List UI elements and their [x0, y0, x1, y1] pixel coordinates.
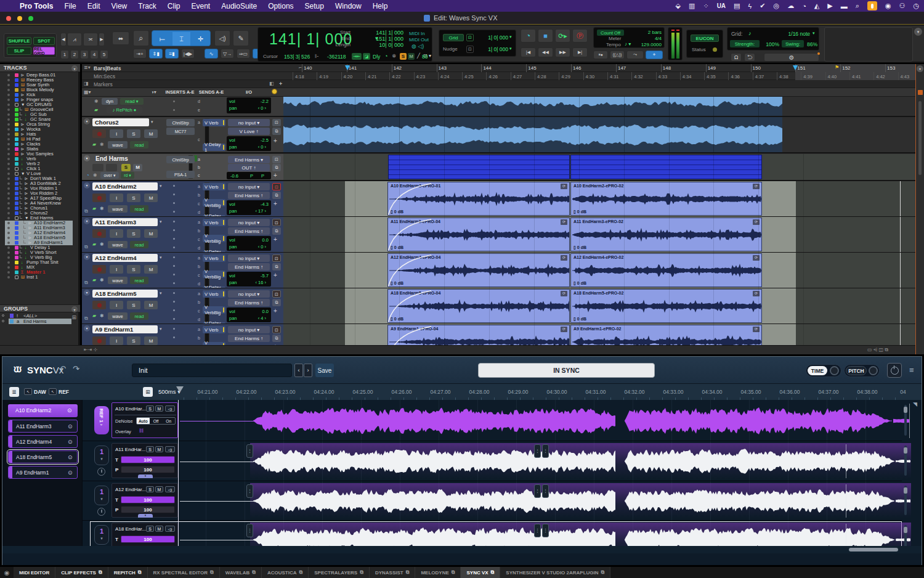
insert-button[interactable]: PSA-1 [166, 171, 195, 178]
input-button[interactable]: no input ▾ [228, 254, 270, 262]
track-enable-dot[interactable] [7, 113, 10, 116]
menu-setup[interactable]: Setup [305, 2, 324, 10]
group-enable-dot[interactable] [2, 314, 4, 317]
menu-help[interactable]: Help [373, 2, 388, 10]
name-dropdown-icon[interactable]: ▾ [151, 120, 153, 124]
dots-icon[interactable]: ⁘ [703, 2, 708, 10]
tab-transient-button[interactable]: ⇥+ [133, 49, 147, 59]
lane-s-button[interactable]: S [146, 446, 154, 452]
card-expand-pill[interactable]: ▾ [138, 474, 153, 478]
clip-drag-handle[interactable]: ⋮ [534, 524, 541, 537]
track-enable-dot[interactable] [7, 168, 10, 170]
track-enable-dot[interactable] [7, 153, 10, 155]
elastic-icon[interactable]: ▰ [92, 142, 96, 147]
playhead-line[interactable] [178, 400, 179, 546]
selection-start-marker[interactable] [345, 65, 350, 70]
ara-tab-clip-effects[interactable]: CLIP EFFECTS⧉ [55, 567, 108, 578]
quantize-input-button[interactable]: ⮌ [744, 53, 755, 62]
minsec-ruler[interactable]: 4:184:194:204:214:224:234:244:254:264:27… [82, 72, 915, 80]
track-enable-dot[interactable] [7, 148, 10, 150]
s-button[interactable]: S [127, 193, 140, 202]
pre-roll-value[interactable]: 80 [422, 54, 428, 60]
audio-clip[interactable]: A11 EndHarm3-ePRO-04⟳▯ 0 dB [387, 218, 570, 251]
lane-speaker-button[interactable]: ◁) [165, 486, 175, 492]
grid-value[interactable]: 1| 0| 000 [476, 35, 508, 41]
menu-view[interactable]: View [111, 2, 127, 10]
name-dropdown-icon[interactable]: ▾ [160, 219, 162, 224]
folder-clip-block[interactable] [388, 155, 570, 179]
lane-number-chevron[interactable]: ▾ [95, 497, 108, 502]
i-button[interactable]: I [110, 193, 123, 202]
rec-button[interactable] [92, 129, 106, 138]
zoom-out-arrow[interactable]: ◀ [60, 33, 67, 46]
link-timeline-button[interactable]: ⇕▮ [149, 49, 163, 59]
track-list-item[interactable]: ↓Verb [0, 157, 80, 161]
go-to-end-button[interactable]: ▶| [572, 47, 588, 57]
freeze-icon[interactable]: ❄ [93, 173, 97, 178]
tempo-value[interactable]: 129.0000 [636, 42, 662, 47]
zoom-preset-5[interactable]: 5 [100, 50, 108, 59]
grid2-note-icon[interactable]: ♪ [748, 30, 752, 36]
track-enable-dot[interactable] [7, 271, 10, 274]
play-button[interactable]: ⟳▸ [555, 29, 570, 43]
i-button[interactable]: I [110, 129, 123, 138]
audio-lane[interactable]: A12 EndHarm4-ePRO-04⟳▯ 0 dBA12 EndHarm4-… [283, 253, 915, 288]
sync-clock-icon[interactable]: ◔ [384, 53, 387, 59]
pan-value[interactable]: ‹ 0 › [249, 105, 266, 111]
track-enable-dot[interactable] [7, 197, 10, 200]
rec-button[interactable] [92, 229, 106, 238]
time-label[interactable]: TIME [808, 366, 827, 375]
rec-button[interactable] [92, 301, 106, 309]
view-toggle-icon[interactable]: ◑▾ [151, 89, 156, 95]
i-button[interactable]: I [110, 265, 123, 274]
audio-lane[interactable]: A10 EndHarm2-ePRO-01⟳▯ 0 dBA10 EndHarm2-… [283, 181, 915, 216]
lane-speaker-button[interactable]: ◁) [165, 405, 175, 412]
tempo-note-icon[interactable]: ♪ ▾ [625, 41, 631, 47]
send-button[interactable]: V VerbBig [203, 306, 225, 314]
bottom-right-icons[interactable]: ▭ ⩤ ◫ ⧉ [867, 347, 888, 353]
visibility-eye-icon[interactable]: ⊙ [68, 436, 73, 449]
time-knob[interactable] [830, 366, 839, 375]
track-enable-dot[interactable] [7, 217, 10, 219]
clip-gain-label[interactable]: ▯ 0 dB [573, 210, 586, 214]
link-track-button[interactable]: ≡▮ [165, 49, 179, 59]
strength-label[interactable]: Strength: [730, 40, 760, 47]
track-enable-dot[interactable] [7, 123, 10, 126]
groups-keypad-icon[interactable]: ⊞ [71, 314, 76, 320]
markers-ruler-icon[interactable]: ◨ [84, 81, 89, 86]
shield-icon[interactable]: ▽→ [221, 49, 234, 59]
m-button[interactable]: M [144, 193, 158, 202]
visibility-eye-icon[interactable]: ⊙ [68, 420, 73, 433]
nudge-label[interactable]: Nudge [443, 46, 458, 52]
playlist-button[interactable]: ⧉ [272, 128, 281, 135]
read-mode-button[interactable]: read [130, 277, 148, 284]
send-button[interactable]: V Delay 1 [203, 144, 225, 151]
sends-column-header[interactable]: SENDS A-E [197, 89, 226, 95]
zoom-h-icons[interactable]: ⇤⇥ ⊹ [84, 347, 97, 352]
redo-icon[interactable]: ↷ [73, 364, 79, 373]
collapse-icon[interactable]: ▾ [84, 155, 90, 161]
track-enable-dot[interactable] [7, 173, 10, 175]
clip-gain-label[interactable]: ▯ 0 dB [573, 281, 586, 286]
groups-menu-icon[interactable]: ▾ [71, 306, 78, 312]
bars-ruler-icon[interactable]: ≣▾ [84, 65, 91, 70]
battery-icon[interactable]: ▬ [841, 2, 848, 10]
out-button[interactable]: OUT ↑ [228, 164, 270, 171]
lane-number-selector[interactable]: 1▾ [94, 486, 109, 505]
audio-clip[interactable]: A9 EndHarm1-ePRO-02⟳▯ 0 dB [570, 325, 762, 345]
track-name-box[interactable]: A10 EndHarm2 [92, 182, 158, 190]
clip-drag-handle[interactable]: ⋮ [542, 484, 549, 498]
s-button[interactable]: S [127, 229, 140, 238]
fade-in-curve[interactable] [388, 218, 432, 251]
clip-drag-handle[interactable]: ⋮ [534, 484, 541, 498]
vol-value[interactable]: -5.7 [251, 273, 269, 279]
audio-lane[interactable]: A11 EndHarm3-ePRO-04⟳▯ 0 dBA11 EndHarm3-… [283, 217, 915, 252]
io-column-header[interactable]: I/O [227, 89, 270, 95]
track-enable-dot[interactable] [7, 163, 10, 165]
pitch-knob[interactable] [869, 366, 878, 375]
wave-view-button[interactable]: wave [108, 141, 128, 149]
m-button[interactable]: M [144, 301, 158, 309]
clip-gain-label[interactable]: ▯ 0 dB [573, 245, 586, 250]
track-enable-dot[interactable] [7, 74, 10, 76]
fade-in-curve[interactable] [388, 290, 432, 323]
